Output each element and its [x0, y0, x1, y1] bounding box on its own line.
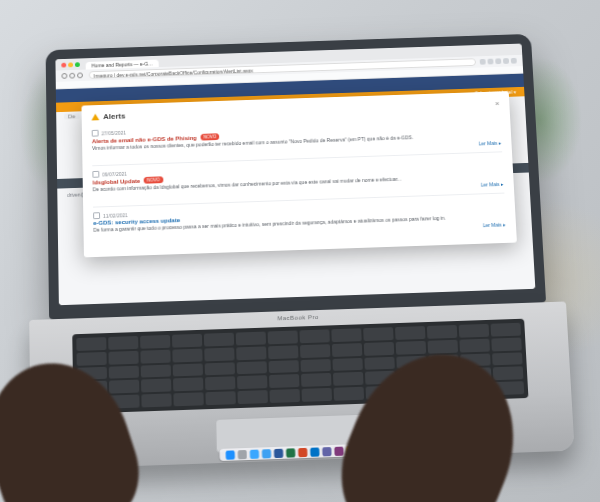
alert-title: Idsglobal Update — [93, 178, 141, 185]
security-chip: Inseguro — [94, 72, 113, 78]
from-field[interactable]: De — [64, 113, 79, 119]
screen: Home and Reports — e-G… Inseguro | dev.e… — [55, 44, 535, 306]
window-controls[interactable] — [61, 62, 80, 67]
read-more-link[interactable]: Ler Mais — [483, 222, 507, 229]
read-more-link[interactable]: Ler Mais — [481, 181, 504, 188]
app-viewport: Seleccionar hotel ▾ De Até Alerts × 27/0… — [56, 74, 536, 306]
extension-icons[interactable] — [480, 58, 517, 65]
close-icon[interactable]: × — [495, 99, 500, 108]
alert-icon — [91, 114, 99, 121]
new-badge: NOVO — [201, 133, 220, 140]
screen-bezel: Home and Reports — e-G… Inseguro | dev.e… — [46, 34, 546, 319]
alerts-modal: Alerts × 27/05/2021Alerta de email não e… — [81, 91, 516, 257]
modal-title: Alerts — [103, 112, 125, 121]
new-badge: NOVO — [144, 176, 163, 183]
nav-buttons[interactable] — [61, 72, 84, 79]
read-more-link[interactable]: Ler Mais — [478, 140, 501, 147]
